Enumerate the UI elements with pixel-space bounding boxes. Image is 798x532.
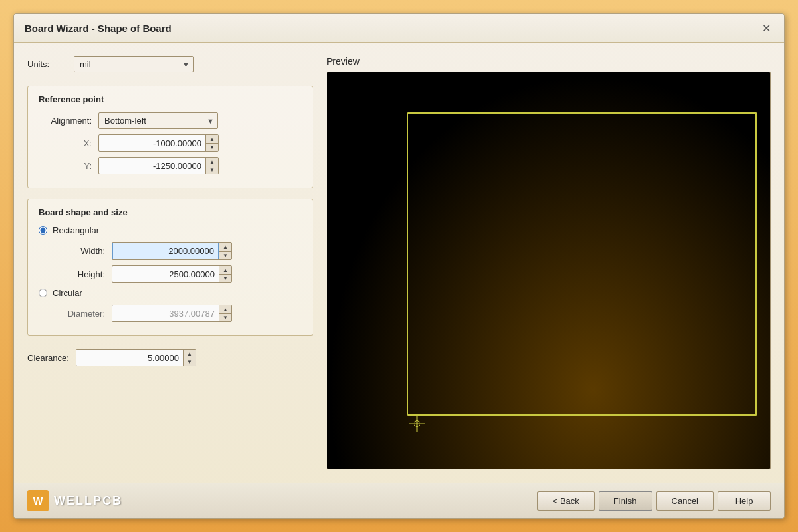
diameter-spin-buttons: ▲ ▼: [219, 305, 231, 321]
width-spin-buttons: ▲ ▼: [219, 243, 231, 259]
width-spin-up-button[interactable]: ▲: [219, 243, 231, 251]
height-spin-down-button[interactable]: ▼: [219, 274, 231, 282]
board-outline: [407, 112, 757, 416]
board-shape-title: Board shape and size: [39, 207, 302, 217]
clearance-row: Clearance: ▲ ▼: [27, 349, 313, 366]
close-button[interactable]: ✕: [759, 21, 773, 35]
diameter-field-row: Diameter: ▲ ▼: [52, 305, 302, 322]
button-group: < Back Finish Cancel Help: [537, 491, 771, 511]
alignment-row: Alignment: Bottom-left Bottom-right Top-…: [39, 112, 302, 129]
logo-area: W WELLPCB: [27, 490, 122, 511]
dialog-window: Board Wizard - Shape of Board ✕ Units: m…: [13, 13, 785, 519]
width-spinbox: ▲ ▼: [112, 242, 232, 260]
clearance-label: Clearance:: [27, 353, 69, 363]
y-label: Y:: [39, 161, 92, 171]
height-label: Height:: [52, 269, 105, 279]
board-shape-section: Board shape and size Rectangular Width: …: [27, 199, 313, 336]
circular-radio-row: Circular: [39, 288, 302, 298]
x-input[interactable]: [99, 136, 205, 151]
preview-label: Preview: [327, 56, 771, 66]
bottom-bar: W WELLPCB < Back Finish Cancel Help: [14, 483, 784, 518]
diameter-spinbox: ▲ ▼: [112, 305, 232, 322]
right-panel: Preview: [327, 56, 771, 469]
circular-fields: Diameter: ▲ ▼: [52, 305, 302, 322]
dialog-body: Units: mil mm inch ▼ Reference point Ali…: [14, 43, 784, 483]
y-spinbox: ▲ ▼: [98, 157, 219, 174]
y-spin-down-button[interactable]: ▼: [206, 166, 218, 174]
rectangular-radio-row: Rectangular: [39, 225, 302, 235]
svg-text:W: W: [33, 495, 43, 507]
dialog-title: Board Wizard - Shape of Board: [25, 23, 172, 34]
diameter-spin-up-button: ▲: [219, 305, 231, 313]
units-select-wrapper: mil mm inch ▼: [74, 56, 194, 72]
diameter-spin-down-button: ▼: [219, 313, 231, 321]
clearance-spinbox: ▲ ▼: [76, 349, 196, 366]
reference-point-title: Reference point: [39, 94, 302, 104]
preview-area: [327, 72, 771, 469]
width-spin-down-button[interactable]: ▼: [219, 251, 231, 259]
width-input[interactable]: [112, 243, 219, 259]
y-field-row: Y: ▲ ▼: [39, 157, 302, 174]
x-label: X:: [39, 138, 92, 148]
height-field-row: Height: ▲ ▼: [52, 265, 302, 283]
units-select[interactable]: mil mm inch: [74, 56, 194, 72]
clearance-spin-buttons: ▲ ▼: [183, 350, 196, 366]
width-label: Width:: [52, 246, 105, 256]
rectangular-label[interactable]: Rectangular: [53, 225, 99, 235]
y-spin-buttons: ▲ ▼: [205, 158, 218, 174]
diameter-label: Diameter:: [52, 309, 105, 319]
crosshair-circle: [414, 420, 420, 427]
clearance-spin-down-button[interactable]: ▼: [184, 358, 196, 366]
title-bar: Board Wizard - Shape of Board ✕: [14, 14, 784, 43]
x-spin-down-button[interactable]: ▼: [206, 143, 218, 151]
y-input[interactable]: [99, 158, 205, 174]
clearance-input[interactable]: [76, 350, 183, 366]
x-field-row: X: ▲ ▼: [39, 134, 302, 152]
units-label: Units:: [27, 59, 67, 69]
left-panel: Units: mil mm inch ▼ Reference point Ali…: [27, 56, 313, 469]
finish-button[interactable]: Finish: [598, 491, 652, 511]
crosshair-icon: [409, 416, 425, 432]
alignment-label: Alignment:: [39, 116, 92, 126]
height-spin-buttons: ▲ ▼: [219, 266, 231, 282]
rectangular-fields: Width: ▲ ▼ Height:: [52, 242, 302, 283]
clearance-spin-up-button[interactable]: ▲: [184, 350, 196, 358]
logo-text: WELLPCB: [54, 494, 122, 508]
wellpcb-logo-icon: W: [27, 490, 49, 511]
x-spinbox: ▲ ▼: [98, 134, 219, 152]
cancel-button[interactable]: Cancel: [656, 491, 714, 511]
width-field-row: Width: ▲ ▼: [52, 242, 302, 260]
help-button[interactable]: Help: [718, 491, 771, 511]
units-row: Units: mil mm inch ▼: [27, 56, 313, 72]
y-spin-up-button[interactable]: ▲: [206, 158, 218, 166]
height-input[interactable]: [112, 267, 219, 282]
height-spinbox: ▲ ▼: [112, 265, 232, 283]
circular-label[interactable]: Circular: [53, 288, 82, 298]
diameter-input: [112, 306, 219, 321]
alignment-select-wrapper: Bottom-left Bottom-right Top-left Top-ri…: [98, 112, 218, 129]
back-button[interactable]: < Back: [537, 491, 595, 511]
reference-point-section: Reference point Alignment: Bottom-left B…: [27, 86, 313, 188]
x-spin-up-button[interactable]: ▲: [206, 135, 218, 143]
height-spin-up-button[interactable]: ▲: [219, 266, 231, 274]
x-spin-buttons: ▲ ▼: [205, 135, 218, 151]
alignment-select[interactable]: Bottom-left Bottom-right Top-left Top-ri…: [98, 112, 218, 129]
circular-radio[interactable]: [39, 289, 47, 297]
rectangular-radio[interactable]: [39, 226, 47, 235]
